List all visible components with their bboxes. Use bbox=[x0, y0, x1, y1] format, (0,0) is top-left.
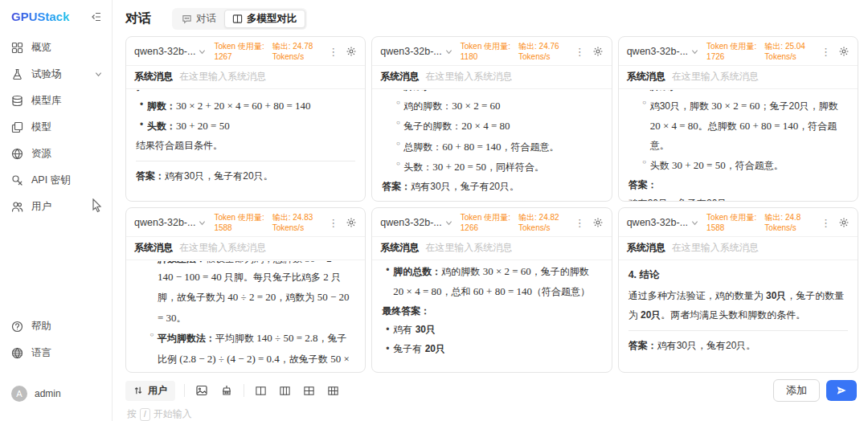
input-hint: 按 / 开始输入 bbox=[125, 402, 858, 421]
image-upload-icon[interactable] bbox=[194, 382, 210, 399]
app-root: GPUStack 概览试验场模型库模型资源API 密钥用户 帮助语言 A adm… bbox=[0, 0, 868, 421]
avatar: A bbox=[11, 386, 27, 402]
system-message-row[interactable]: 系统消息在这里输入系统消息 bbox=[126, 237, 365, 260]
more-options-button[interactable]: ⋮ bbox=[821, 217, 831, 229]
model-select[interactable]: qwen3-32b-... bbox=[134, 46, 206, 57]
gear-icon[interactable] bbox=[346, 217, 357, 228]
more-options-button[interactable]: ⋮ bbox=[575, 46, 585, 58]
model-select[interactable]: qwen3-32b-... bbox=[627, 46, 698, 57]
token-usage-stat: Token 使用量:1588 bbox=[706, 212, 756, 233]
sidebar-item-label: API 密钥 bbox=[31, 174, 71, 187]
model-card-header: qwen3-32b-... Token 使用量:1588 输出: 24.8Tok… bbox=[619, 208, 858, 237]
tab-chat[interactable]: 对话 bbox=[174, 10, 224, 28]
layout-2-column-icon[interactable] bbox=[253, 383, 268, 399]
sidebar-item-API-密钥[interactable]: API 密钥 bbox=[0, 167, 112, 194]
output-speed-stat: 输出: 24.78Tokens/s bbox=[272, 41, 313, 62]
model-card-header: qwen3-32b-... Token 使用量:1267 输出: 24.78To… bbox=[126, 37, 365, 66]
model-cards-grid: qwen3-32b-... Token 使用量:1267 输出: 24.78To… bbox=[125, 36, 858, 373]
chevron-down-icon bbox=[445, 219, 452, 227]
system-message-row[interactable]: 系统消息在这里输入系统消息 bbox=[126, 66, 365, 89]
sidebar-item-label: 模型 bbox=[31, 121, 51, 134]
gear-icon[interactable] bbox=[592, 46, 604, 57]
sidebar-item-试验场[interactable]: 试验场 bbox=[0, 61, 112, 88]
sidebar-nav: 概览试验场模型库模型资源API 密钥用户 bbox=[0, 35, 112, 220]
content-line: ○兔子的脚数：20 × 4 = 80 bbox=[392, 116, 601, 136]
view-mode-segmented: 对话 多模型对比 bbox=[172, 8, 307, 30]
content-line: •头数：30 + 20 = 50 bbox=[136, 116, 355, 136]
model-card-header: qwen3-32b-... Token 使用量:1180 输出: 24.76To… bbox=[372, 37, 611, 66]
compare-icon bbox=[232, 14, 243, 24]
sidebar-item-用户[interactable]: 用户 bbox=[0, 194, 112, 220]
content-line: ○头数：30 + 20 = 50，同样符合。 bbox=[392, 157, 601, 177]
clipped-text-line: ○脚数验证： bbox=[392, 90, 601, 96]
toolbar-divider bbox=[244, 384, 244, 397]
language-icon bbox=[11, 347, 23, 359]
layout-grid-3x2-icon[interactable] bbox=[326, 383, 341, 399]
sidebar-item-模型[interactable]: 模型 bbox=[0, 114, 112, 141]
model-select[interactable]: qwen3-32b-... bbox=[134, 217, 206, 228]
swap-vertical-icon bbox=[133, 386, 143, 395]
content-line: 答案：鸡有30只，兔有20只。 bbox=[628, 337, 848, 355]
system-message-row[interactable]: 系统消息在这里输入系统消息 bbox=[372, 66, 611, 89]
more-options-button[interactable]: ⋮ bbox=[328, 217, 338, 229]
model-select[interactable]: qwen3-32b-... bbox=[380, 217, 452, 228]
chevron-down-icon bbox=[691, 48, 698, 55]
content-line: 答案：鸡有30只，兔子有20只。 bbox=[382, 178, 601, 196]
sidebar-item-帮助[interactable]: 帮助 bbox=[0, 313, 112, 340]
token-usage-stat: Token 使用量:1180 bbox=[461, 41, 510, 62]
chevron-down-icon bbox=[199, 48, 206, 55]
gear-icon[interactable] bbox=[346, 46, 357, 57]
tab-multi-model-compare[interactable]: 多模型对比 bbox=[224, 10, 305, 28]
sidebar-item-label: 试验场 bbox=[31, 67, 62, 81]
token-usage-stat: Token 使用量:1726 bbox=[706, 41, 756, 62]
model-select[interactable]: qwen3-32b-... bbox=[627, 217, 698, 228]
content-line: ○鸡30只，脚数 30 × 2 = 60；兔子20只，脚数 20 × 4 = 8… bbox=[639, 96, 848, 155]
chevron-down-icon bbox=[691, 219, 698, 227]
content-line: ○总脚数：60 + 80 = 140，符合题意。 bbox=[392, 137, 601, 157]
collapse-sidebar-icon[interactable] bbox=[91, 11, 102, 22]
more-options-button[interactable]: ⋮ bbox=[821, 46, 831, 58]
system-message-row[interactable]: 系统消息在这里输入系统消息 bbox=[619, 237, 858, 260]
toolbar-divider bbox=[184, 384, 185, 397]
chat-icon bbox=[182, 14, 192, 24]
system-message-row[interactable]: 系统消息在这里输入系统消息 bbox=[619, 66, 858, 89]
model-card: qwen3-32b-... Token 使用量:1726 输出: 25.04To… bbox=[618, 36, 858, 202]
sidebar-item-资源[interactable]: 资源 bbox=[0, 141, 112, 167]
gear-icon[interactable] bbox=[838, 46, 850, 57]
layout-3-column-icon[interactable] bbox=[277, 383, 293, 399]
token-usage-stat: Token 使用量:1588 bbox=[214, 212, 264, 233]
clear-messages-icon[interactable] bbox=[219, 382, 235, 399]
model-card: qwen3-32b-... Token 使用量:1180 输出: 24.76To… bbox=[371, 36, 612, 202]
model-card-header: qwen3-32b-... Token 使用量:1726 输出: 25.04To… bbox=[619, 37, 858, 66]
send-button[interactable] bbox=[826, 380, 857, 401]
output-speed-stat: 输出: 24.8Tokens/s bbox=[764, 212, 800, 233]
model-card-header: qwen3-32b-... Token 使用量:1588 输出: 24.83To… bbox=[126, 208, 365, 237]
sidebar-item-模型库[interactable]: 模型库 bbox=[0, 88, 112, 114]
models-icon bbox=[11, 121, 23, 133]
more-options-button[interactable]: ⋮ bbox=[575, 217, 585, 229]
gear-icon[interactable] bbox=[838, 217, 850, 228]
content-line: 结果符合题目条件。 bbox=[136, 137, 355, 155]
sidebar-item-语言[interactable]: 语言 bbox=[0, 340, 112, 366]
sidebar-item-label: 模型库 bbox=[31, 94, 62, 108]
gpustack-logo: GPUStack bbox=[11, 10, 70, 23]
sidebar-item-label: 用户 bbox=[31, 200, 51, 214]
message-content: 验证•脚数：30 × 2 + 20 × 4 = 60 + 80 = 140•头数… bbox=[126, 89, 365, 201]
model-select[interactable]: qwen3-32b-... bbox=[380, 46, 452, 57]
content-line: 鸡有30只，兔子有20只。 bbox=[628, 194, 848, 201]
message-content: ○脚数验证：○鸡的脚数：30 × 2 = 60○兔子的脚数：20 × 4 = 8… bbox=[372, 89, 611, 201]
overview-icon bbox=[11, 42, 23, 54]
layout-grid-2x2-icon[interactable] bbox=[301, 383, 317, 399]
content-line: 答案：鸡有30只，兔子有20只。 bbox=[136, 167, 355, 186]
chevron-down-icon bbox=[199, 219, 206, 227]
sidebar-item-概览[interactable]: 概览 bbox=[0, 35, 112, 61]
content-line: 最终答案： bbox=[382, 302, 601, 321]
gear-icon[interactable] bbox=[592, 217, 604, 228]
content-line: 140 − 100 = 40 只脚。每只兔子比鸡多 2 只脚，故兔子数为 40 … bbox=[158, 267, 355, 328]
more-options-button[interactable]: ⋮ bbox=[328, 46, 338, 58]
role-toggle-button[interactable]: 用户 bbox=[125, 381, 175, 401]
system-message-row[interactable]: 系统消息在这里输入系统消息 bbox=[372, 237, 611, 260]
add-model-button[interactable]: 添加 bbox=[773, 379, 820, 402]
user-menu[interactable]: A admin bbox=[0, 379, 112, 408]
resources-icon bbox=[11, 148, 23, 160]
